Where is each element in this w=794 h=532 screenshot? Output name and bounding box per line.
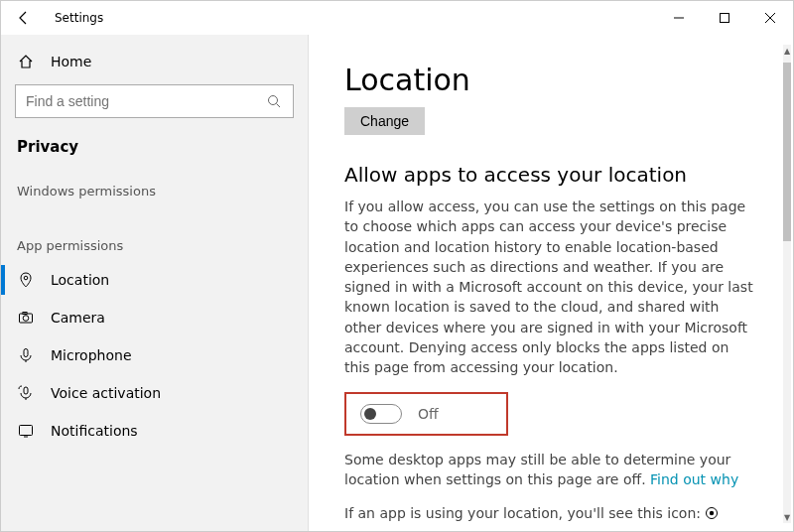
- in-use-text: If an app is using your location, you'll…: [344, 505, 705, 521]
- search-input[interactable]: [26, 93, 265, 109]
- in-use-note: If an app is using your location, you'll…: [344, 503, 753, 523]
- location-icon: [17, 271, 35, 289]
- location-in-use-icon: [705, 505, 719, 521]
- scroll-down-arrow-icon[interactable]: ▼: [783, 511, 791, 523]
- svg-point-4: [269, 96, 278, 105]
- section-description: If you allow access, you can use the set…: [344, 197, 753, 378]
- sidebar-item-label: Voice activation: [51, 385, 161, 401]
- sidebar-group-app-permissions: App permissions: [1, 206, 308, 261]
- sidebar-group-windows-permissions[interactable]: Windows permissions: [1, 166, 308, 206]
- home-icon: [17, 53, 35, 70]
- svg-point-14: [710, 511, 714, 515]
- section-title: Allow apps to access your location: [344, 163, 753, 187]
- sidebar-item-location[interactable]: Location: [1, 261, 308, 299]
- close-button[interactable]: [747, 1, 793, 35]
- scroll-thumb[interactable]: [783, 63, 791, 241]
- sidebar-category: Privacy: [1, 136, 308, 166]
- title-bar: Settings: [1, 1, 793, 35]
- vertical-scrollbar[interactable]: ▲ ▼: [783, 45, 791, 523]
- svg-point-8: [23, 316, 29, 322]
- microphone-icon: [17, 346, 35, 364]
- sidebar: Home Privacy Windows permissions App per…: [1, 35, 309, 531]
- svg-line-5: [277, 104, 281, 108]
- location-access-toggle[interactable]: Off: [344, 392, 508, 436]
- sidebar-item-camera[interactable]: Camera: [1, 299, 308, 336]
- sidebar-item-label: Microphone: [51, 347, 132, 363]
- voice-activation-icon: [17, 384, 35, 402]
- svg-point-6: [24, 276, 28, 280]
- search-icon: [265, 92, 283, 110]
- maximize-button[interactable]: [702, 1, 747, 35]
- toggle-pill-icon: [360, 404, 402, 424]
- change-button[interactable]: Change: [344, 107, 425, 135]
- svg-rect-10: [24, 349, 28, 357]
- sidebar-item-microphone[interactable]: Microphone: [1, 336, 308, 374]
- desktop-apps-note: Some desktop apps may still be able to d…: [344, 450, 753, 490]
- scroll-up-arrow-icon[interactable]: ▲: [783, 45, 791, 57]
- sidebar-item-label: Notifications: [51, 423, 138, 439]
- svg-rect-11: [24, 387, 28, 394]
- svg-rect-1: [721, 14, 729, 23]
- find-out-why-link[interactable]: Find out why: [650, 471, 738, 487]
- search-input-box[interactable]: [15, 84, 294, 118]
- minimize-button[interactable]: [656, 1, 702, 35]
- camera-icon: [17, 309, 35, 327]
- toggle-label: Off: [418, 406, 439, 422]
- sidebar-item-label: Home: [51, 54, 91, 69]
- back-icon[interactable]: [15, 9, 33, 27]
- page-title: Location: [344, 63, 753, 97]
- sidebar-item-label: Camera: [51, 310, 105, 326]
- sidebar-item-label: Location: [51, 272, 109, 288]
- svg-rect-12: [20, 426, 33, 436]
- sidebar-item-home[interactable]: Home: [1, 49, 308, 84]
- notifications-icon: [17, 422, 35, 440]
- app-title: Settings: [55, 11, 103, 25]
- main-content: Location Change Allow apps to access you…: [309, 35, 793, 531]
- sidebar-item-voice-activation[interactable]: Voice activation: [1, 374, 308, 412]
- sidebar-item-notifications[interactable]: Notifications: [1, 412, 308, 450]
